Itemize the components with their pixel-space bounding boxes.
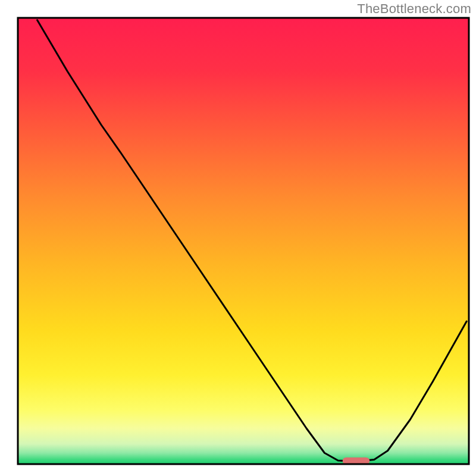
chart-background	[18, 18, 469, 464]
chart-container: { "watermark": "TheBottleneck.com", "cha…	[0, 0, 476, 476]
bottleneck-chart	[0, 0, 476, 476]
watermark-text: TheBottleneck.com	[357, 1, 471, 17]
